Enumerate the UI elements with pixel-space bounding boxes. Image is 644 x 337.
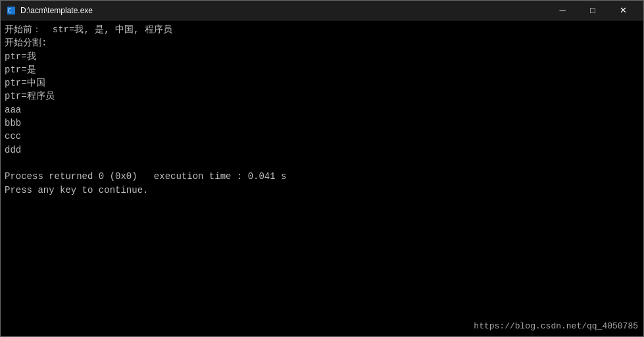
- close-button[interactable]: ✕: [608, 1, 638, 20]
- minimize-button[interactable]: ─: [547, 1, 578, 20]
- console-output: 开始前： str=我, 是, 中国, 程序员 开始分割: ptr=我 ptr=是…: [5, 23, 639, 197]
- console-area: 开始前： str=我, 是, 中国, 程序员 开始分割: ptr=我 ptr=是…: [1, 20, 643, 336]
- title-bar-controls: ─ □ ✕: [547, 1, 638, 20]
- svg-text:C: C: [8, 8, 11, 14]
- maximize-button[interactable]: □: [578, 1, 608, 20]
- title-bar-left: C D:\acm\template.exe: [6, 5, 93, 16]
- exe-icon: C: [6, 5, 16, 16]
- watermark: https://blog.csdn.net/qq_4050785: [474, 321, 638, 331]
- window-title: D:\acm\template.exe: [20, 6, 93, 15]
- title-bar: C D:\acm\template.exe ─ □ ✕: [1, 1, 643, 20]
- window: C D:\acm\template.exe ─ □ ✕ 开始前： str=我, …: [0, 0, 644, 337]
